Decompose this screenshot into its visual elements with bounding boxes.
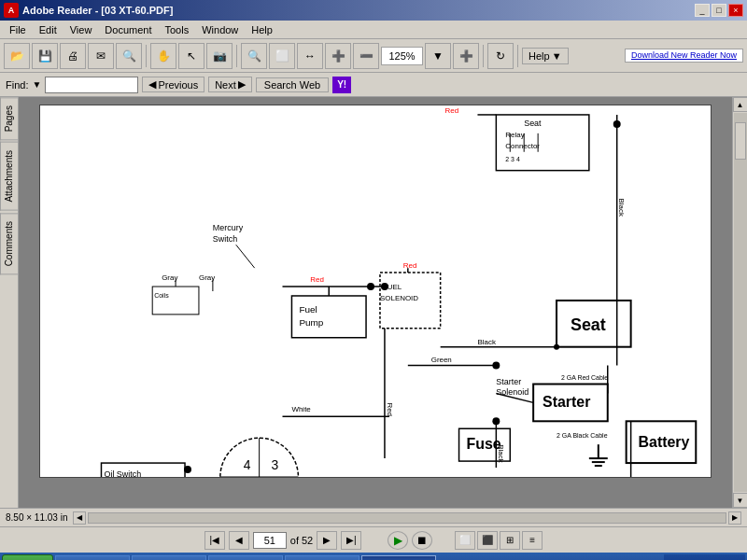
menu-help[interactable]: Help	[246, 23, 278, 36]
menu-window[interactable]: Window	[196, 23, 244, 36]
doc-icon-3[interactable]: ⊞	[500, 531, 520, 550]
taskbar-item-4[interactable]: Adobe Rea...	[361, 555, 436, 560]
svg-text:Fuse: Fuse	[467, 436, 501, 452]
taskbar-item-2[interactable]: C:\DOCUM...	[208, 555, 283, 560]
svg-point-64	[492, 417, 500, 425]
find-input[interactable]	[45, 77, 138, 93]
svg-text:Red: Red	[445, 106, 459, 115]
svg-text:Seat: Seat	[524, 119, 542, 128]
doc-icon-4[interactable]: ≡	[522, 531, 543, 550]
yahoo-button[interactable]: Y!	[332, 77, 351, 93]
download-button[interactable]: Download New Reader Now	[625, 49, 743, 63]
zoom-input[interactable]	[381, 47, 423, 65]
taskbar-item-0[interactable]: Dixie Chop...	[55, 555, 130, 560]
zoom-in-btn[interactable]: ➕	[325, 43, 351, 69]
svg-point-49	[492, 362, 500, 370]
doc-icon-1[interactable]: ⬜	[455, 531, 475, 550]
help-dropdown-icon: ▼	[552, 50, 562, 62]
scroll-up-button[interactable]: ▲	[733, 97, 748, 112]
doc-icon-2[interactable]: ⬛	[477, 531, 498, 550]
svg-text:Fuel: Fuel	[299, 304, 317, 315]
svg-text:Black: Black	[477, 338, 495, 346]
sidebar-tab-attachments[interactable]: Attachments	[0, 142, 18, 211]
svg-text:SOLENOID: SOLENOID	[380, 294, 418, 302]
separator-3	[483, 45, 484, 67]
zoom-add-btn[interactable]: ➕	[453, 43, 479, 69]
search-web-button[interactable]: Search Web	[256, 77, 329, 92]
menu-bar: File Edit View Document Tools Window Hel…	[0, 21, 747, 39]
sidebar-tab-pages[interactable]: Pages	[0, 97, 18, 140]
next-arrow-icon: ▶	[238, 78, 246, 91]
menu-tools[interactable]: Tools	[160, 23, 195, 36]
svg-text:Relay: Relay	[505, 131, 524, 139]
svg-point-13	[613, 120, 621, 128]
document-icons: ⬜ ⬛ ⊞ ≡	[455, 531, 543, 550]
rotate-btn[interactable]: ↻	[487, 43, 514, 69]
window-title: Adobe Reader - [03 XT-60.PDF]	[22, 5, 173, 16]
menu-file[interactable]: File	[4, 23, 32, 36]
maximize-button[interactable]: □	[712, 4, 726, 17]
minimize-button[interactable]: _	[695, 4, 710, 17]
last-page-button[interactable]: ▶|	[341, 531, 361, 550]
open-button[interactable]: 📂	[4, 43, 30, 69]
taskbar-items: Dixie Chop... Dixie Chop... C:\DOCUM... …	[55, 555, 662, 560]
zoom-out-btn[interactable]: 🔍	[241, 43, 267, 69]
svg-text:2 GA Black Cable: 2 GA Black Cable	[557, 432, 608, 439]
svg-text:Oil Switch: Oil Switch	[104, 469, 141, 477]
scroll-left-button[interactable]: ◀	[73, 511, 86, 525]
toolbar: 📂 💾 🖨 ✉ 🔍 ✋ ↖ 📷 🔍 ⬜ ↔ ➕ ➖ ▼ ➕ ↻ Help ▼ D…	[0, 39, 747, 73]
email-button[interactable]: ✉	[88, 43, 114, 69]
start-button[interactable]: ⊞ start	[2, 554, 53, 560]
title-bar: A Adobe Reader - [03 XT-60.PDF] _ □ ×	[0, 0, 747, 21]
select-tool[interactable]: ↖	[178, 43, 204, 69]
separator-2	[236, 45, 237, 67]
menu-document[interactable]: Document	[99, 23, 157, 36]
close-button[interactable]: ×	[728, 4, 743, 17]
svg-text:2 GA Red Cable: 2 GA Red Cable	[561, 374, 608, 381]
help-button[interactable]: Help ▼	[522, 48, 569, 64]
play-button[interactable]: ▶	[388, 531, 408, 550]
taskbar-item-3[interactable]: C:\DOCUM...	[285, 555, 359, 560]
menu-edit[interactable]: Edit	[34, 23, 63, 36]
find-previous-button[interactable]: ◀ Previous	[142, 77, 204, 92]
taskbar: ⊞ start Dixie Chop... Dixie Chop... C:\D…	[0, 553, 747, 560]
zoom-minus-btn[interactable]: ➖	[353, 43, 379, 69]
taskbar-item-1[interactable]: Dixie Chop...	[132, 555, 206, 560]
print-button[interactable]: 🖨	[60, 43, 86, 69]
stop-button[interactable]: ⏹	[412, 531, 432, 550]
find-dropdown[interactable]: ▼	[32, 79, 41, 90]
svg-text:Red: Red	[310, 275, 324, 284]
search-button[interactable]: 🔍	[116, 43, 142, 69]
scroll-thumb[interactable]	[735, 122, 746, 160]
svg-text:4: 4	[244, 457, 251, 472]
scroll-right-button[interactable]: ▶	[728, 511, 741, 525]
svg-text:Red: Red	[386, 402, 394, 416]
sidebar-tab-comments[interactable]: Comments	[0, 213, 18, 274]
prev-page-button[interactable]: ◀	[229, 531, 249, 550]
help-label: Help	[529, 50, 550, 62]
zoom-dropdown[interactable]: ▼	[425, 43, 451, 69]
horizontal-scroll-area: ◀ ▶	[73, 511, 741, 525]
h-scroll-track[interactable]	[88, 512, 726, 524]
scroll-down-button[interactable]: ▼	[733, 493, 748, 508]
page-dimensions: 8.50 × 11.03 in	[6, 512, 67, 523]
next-page-button[interactable]: ▶	[317, 531, 337, 550]
svg-text:2   3   4: 2 3 4	[505, 156, 520, 162]
save-button[interactable]: 💾	[32, 43, 58, 69]
pdf-area: Seat Relay Connector 2 3 4 Red Black Mer…	[19, 97, 732, 508]
left-sidebar: Pages Attachments Comments	[0, 97, 19, 508]
find-next-button[interactable]: Next ▶	[208, 77, 252, 92]
svg-text:Battery: Battery	[639, 434, 690, 450]
main-area: Pages Attachments Comments Seat Relay Co…	[0, 97, 747, 508]
svg-text:Mercury: Mercury	[213, 223, 244, 232]
page-number-input[interactable]	[253, 532, 287, 549]
first-page-button[interactable]: |◀	[204, 531, 225, 550]
app-icon: A	[4, 3, 19, 18]
fit-page-btn[interactable]: ⬜	[269, 43, 295, 69]
snapshot-tool[interactable]: 📷	[206, 43, 233, 69]
scroll-track	[734, 113, 747, 492]
hand-tool[interactable]: ✋	[150, 43, 176, 69]
fit-width-btn[interactable]: ↔	[297, 43, 323, 69]
svg-point-40	[554, 344, 559, 350]
menu-view[interactable]: View	[64, 23, 98, 36]
